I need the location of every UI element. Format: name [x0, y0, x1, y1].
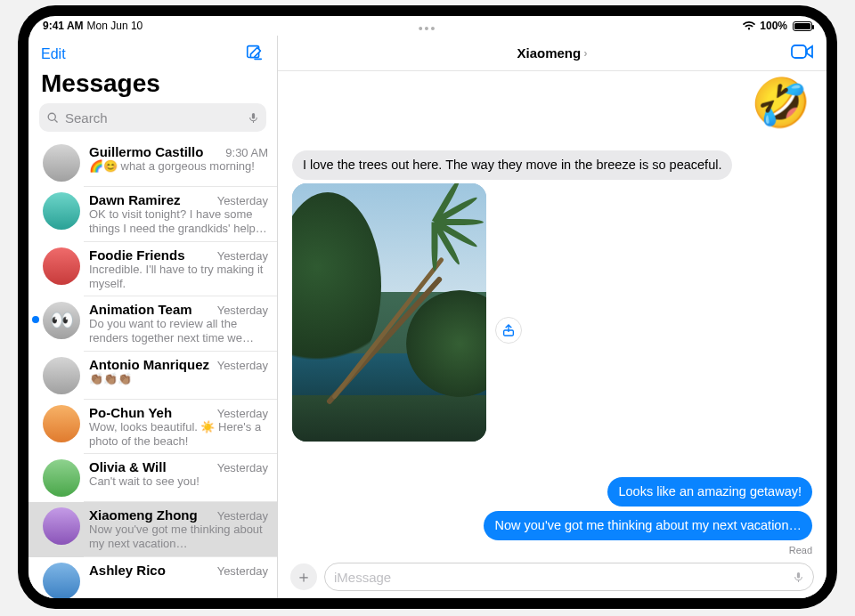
svg-rect-3 — [252, 113, 255, 118]
dictate-icon[interactable] — [793, 570, 804, 585]
chat-title-text: Xiaomeng — [517, 45, 581, 61]
avatar — [43, 563, 80, 599]
avatar — [43, 507, 80, 545]
conversation-preview: Now you've got me thinking about my next… — [89, 523, 268, 552]
conversation-time: Yesterday — [217, 509, 268, 523]
avatar — [43, 357, 80, 394]
conversation-name: Xiaomeng Zhong — [89, 507, 198, 523]
conversation-time: Yesterday — [217, 359, 268, 372]
chat-header: Xiaomeng › — [278, 36, 826, 71]
outgoing-message-1[interactable]: Looks like an amazing getaway! — [607, 477, 812, 507]
search-icon — [46, 111, 60, 125]
conversation-item[interactable]: Ashley RicoYesterday — [28, 557, 277, 599]
read-receipt: Read — [789, 545, 812, 555]
outgoing-message-2[interactable]: Now you've got me thinking about my next… — [484, 511, 812, 540]
screen: ••• 9:41 AM Mon Jun 10 100% Edit — [28, 16, 826, 598]
conversation-item[interactable]: Po-Chun YehYesterdayWow, looks beautiful… — [28, 400, 277, 455]
message-input-wrap[interactable] — [324, 563, 814, 591]
conversation-preview: 🌈😊 what a gorgeous morning! — [89, 159, 268, 174]
message-input[interactable] — [334, 570, 793, 585]
avatar: 👀 — [43, 302, 80, 339]
photo-attachment-row — [292, 183, 812, 442]
conversation-time: Yesterday — [217, 194, 268, 207]
conversation-preview: Can't wait to see you! — [89, 474, 268, 489]
sidebar-title: Messages — [28, 69, 277, 103]
conversation-item[interactable]: 👀Animation TeamYesterdayDo you want to r… — [28, 296, 277, 352]
conversation-item[interactable]: Antonio ManriquezYesterday👏🏽👏🏽👏🏽 — [28, 352, 277, 400]
share-button[interactable] — [495, 317, 522, 344]
svg-rect-4 — [792, 45, 806, 58]
incoming-message[interactable]: I love the trees out here. The way they … — [292, 150, 732, 180]
conversation-item[interactable]: Olivia & WillYesterdayCan't wait to see … — [28, 454, 277, 502]
chat-pane: Xiaomeng › 🤣 I love the trees out here. … — [278, 36, 826, 598]
svg-rect-6 — [797, 572, 800, 579]
conversation-item[interactable]: Dawn RamirezYesterdayOK to visit tonight… — [28, 187, 277, 242]
conversation-name: Dawn Ramirez — [89, 192, 181, 207]
avatar — [43, 144, 80, 182]
conversation-time: Yesterday — [217, 407, 268, 420]
apps-button[interactable]: ＋ — [290, 563, 317, 590]
conversation-name: Antonio Manriquez — [89, 357, 209, 372]
conversation-sidebar: Edit Messages Guillermo Castillo9:30 AM🌈… — [28, 36, 278, 598]
chevron-right-icon: › — [583, 46, 587, 60]
conversation-time: 9:30 AM — [225, 146, 268, 159]
conversation-list: Guillermo Castillo9:30 AM🌈😊 what a gorge… — [28, 139, 277, 598]
conversation-item[interactable]: Foodie FriendsYesterdayIncredible. I'll … — [28, 242, 277, 297]
avatar — [43, 192, 80, 230]
search-input[interactable] — [60, 110, 248, 126]
facetime-button[interactable] — [791, 43, 814, 64]
battery-percent: 100% — [760, 20, 787, 32]
dictate-icon[interactable] — [248, 110, 259, 126]
chat-body: 🤣 I love the trees out here. The way the… — [278, 71, 826, 598]
battery-icon — [791, 21, 812, 31]
conversation-preview: Wow, looks beautiful. ☀️ Here's a photo … — [89, 420, 268, 450]
conversation-name: Foodie Friends — [89, 247, 185, 263]
conversation-preview: Incredible. I'll have to try making it m… — [89, 263, 268, 292]
edit-button[interactable]: Edit — [41, 46, 66, 62]
conversation-preview: Do you want to review all the renders to… — [89, 317, 268, 346]
conversation-preview: OK to visit tonight? I have some things … — [89, 207, 268, 237]
status-date: Mon Jun 10 — [87, 20, 143, 32]
avatar — [43, 459, 80, 497]
conversation-time: Yesterday — [217, 249, 268, 263]
conversation-time: Yesterday — [217, 461, 268, 474]
conversation-name: Po-Chun Yeh — [89, 405, 172, 420]
composer: ＋ — [278, 563, 826, 591]
multitask-dots[interactable]: ••• — [419, 21, 437, 36]
conversation-name: Animation Team — [89, 302, 192, 317]
avatar — [43, 247, 80, 285]
ipad-frame: ••• 9:41 AM Mon Jun 10 100% Edit — [18, 5, 837, 609]
reaction-sticker: 🤣 — [751, 75, 810, 131]
status-time: 9:41 AM — [43, 20, 84, 32]
conversation-item[interactable]: Guillermo Castillo9:30 AM🌈😊 what a gorge… — [28, 139, 277, 187]
svg-point-1 — [48, 113, 55, 120]
avatar — [43, 405, 80, 442]
unread-dot — [32, 316, 39, 323]
conversation-name: Guillermo Castillo — [89, 144, 203, 159]
conversation-time: Yesterday — [217, 564, 268, 578]
svg-line-2 — [54, 119, 57, 122]
wifi-icon — [742, 20, 756, 31]
conversation-name: Olivia & Will — [89, 459, 167, 474]
conversation-item[interactable]: Xiaomeng ZhongYesterdayNow you've got me… — [28, 502, 277, 557]
search-field[interactable] — [39, 103, 266, 132]
conversation-time: Yesterday — [217, 304, 268, 317]
conversation-preview: 👏🏽👏🏽👏🏽 — [89, 372, 268, 386]
compose-button[interactable] — [245, 43, 265, 66]
conversation-name: Ashley Rico — [89, 563, 166, 578]
photo-attachment[interactable] — [292, 183, 486, 442]
chat-title[interactable]: Xiaomeng › — [517, 45, 587, 61]
